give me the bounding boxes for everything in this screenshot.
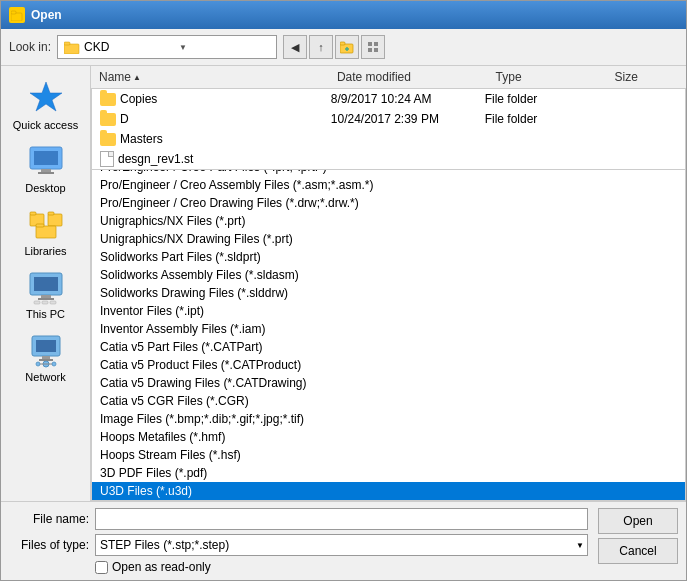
desktop-icon (28, 143, 64, 179)
list-item[interactable]: Pro/Engineer / Creo Drawing Files (*.drw… (92, 194, 685, 212)
libraries-icon (28, 206, 64, 242)
list-item[interactable]: 3D PDF Files (*.pdf) (92, 464, 685, 482)
file-name-label: File name: (9, 512, 89, 526)
open-dialog: Open Look in: CKD ▼ ◀ ↑ (0, 0, 687, 581)
title-icon (9, 7, 25, 23)
network-icon (28, 332, 64, 368)
filetype-dropdown-list[interactable]: DXF Files (*.dxf)DWG Files (*.dwg)IGES F… (91, 169, 686, 501)
svg-rect-1 (11, 11, 16, 14)
open-button[interactable]: Open (598, 508, 678, 534)
list-item[interactable]: Catia v5 Part Files (*.CATPart) (92, 338, 685, 356)
folder-icon (100, 113, 116, 126)
list-item[interactable]: Catia v5 Product Files (*.CATProduct) (92, 356, 685, 374)
list-item[interactable]: Catia v5 Drawing Files (*.CATDrawing) (92, 374, 685, 392)
svg-rect-5 (340, 42, 345, 45)
dialog-buttons: Open Cancel (598, 508, 678, 574)
files-of-type-wrapper: DXF Files (*.dxf)DWG Files (*.dwg)IGES F… (95, 534, 588, 556)
list-item[interactable]: Catia v5 CGR Files (*.CGR) (92, 392, 685, 410)
svg-rect-19 (48, 214, 62, 226)
sidebar-label-network: Network (25, 371, 65, 383)
col-header-size[interactable]: Size (607, 68, 686, 86)
title-text: Open (31, 8, 62, 22)
svg-rect-26 (38, 298, 54, 300)
bottom-fields: File name: Files of type: DXF Files (*.d… (9, 508, 588, 574)
svg-rect-32 (42, 356, 50, 359)
table-row[interactable]: Masters (92, 129, 685, 149)
list-item[interactable]: Solidworks Assembly Files (*.sldasm) (92, 266, 685, 284)
svg-rect-16 (38, 172, 54, 174)
file-name-input[interactable] (95, 508, 588, 530)
folder-icon (100, 133, 116, 146)
list-item[interactable]: Unigraphics/NX Drawing Files (*.prt) (92, 230, 685, 248)
this-pc-icon (28, 269, 64, 305)
svg-rect-14 (34, 151, 58, 165)
svg-rect-2 (64, 44, 79, 54)
up-button[interactable]: ↑ (309, 35, 333, 59)
nav-buttons: ◀ ↑ (283, 35, 385, 59)
svg-rect-18 (30, 212, 36, 215)
file-name-row: File name: (9, 508, 588, 530)
table-row[interactable]: desgn_rev1.st (92, 149, 685, 169)
files-of-type-select[interactable]: DXF Files (*.dxf)DWG Files (*.dwg)IGES F… (95, 534, 588, 556)
col-header-type[interactable]: Type (488, 68, 607, 86)
svg-rect-31 (36, 340, 56, 352)
svg-marker-12 (30, 82, 62, 111)
cancel-button[interactable]: Cancel (598, 538, 678, 564)
table-row[interactable]: D 10/24/2017 2:39 PM File folder (92, 109, 685, 129)
bottom-inner: File name: Files of type: DXF Files (*.d… (9, 508, 678, 574)
content-pane: Name ▲ Date modified Type Size (91, 66, 686, 501)
open-readonly-row: Open as read-only (95, 560, 588, 574)
sidebar-item-libraries[interactable]: Libraries (6, 202, 86, 261)
list-item[interactable]: Hoops Stream Files (*.hsf) (92, 446, 685, 464)
title-bar: Open (1, 1, 686, 29)
svg-point-39 (52, 362, 56, 366)
sidebar-label-libraries: Libraries (24, 245, 66, 257)
look-in-value: CKD (84, 40, 175, 54)
sort-arrow: ▲ (133, 73, 141, 82)
sidebar-item-this-pc[interactable]: This PC (6, 265, 86, 324)
list-item[interactable]: Image Files (*.bmp;*.dib;*.gif;*.jpg;*.t… (92, 410, 685, 428)
file-icon (100, 151, 114, 167)
sidebar-item-quick-access[interactable]: Quick access (6, 76, 86, 135)
table-row[interactable]: Copies 8/9/2017 10:24 AM File folder (92, 89, 685, 109)
file-list-top: Copies 8/9/2017 10:24 AM File folder D 1… (91, 89, 686, 169)
list-item[interactable]: Pro/Engineer / Creo Part Files (*.prt;*.… (92, 169, 685, 176)
col-header-name[interactable]: Name ▲ (91, 68, 329, 86)
list-item[interactable]: U3D Files (*.u3d) (92, 482, 685, 500)
open-readonly-label: Open as read-only (112, 560, 211, 574)
sidebar-label-desktop: Desktop (25, 182, 65, 194)
new-folder-icon (340, 40, 354, 54)
svg-rect-21 (36, 226, 56, 238)
svg-rect-22 (36, 224, 44, 227)
back-button[interactable]: ◀ (283, 35, 307, 59)
svg-rect-29 (50, 301, 56, 304)
view-button[interactable] (361, 35, 385, 59)
col-header-date[interactable]: Date modified (329, 68, 488, 86)
new-folder-button[interactable] (335, 35, 359, 59)
sidebar: Quick access Desktop (1, 66, 91, 501)
look-in-combo[interactable]: CKD ▼ (57, 35, 277, 59)
open-readonly-checkbox[interactable] (95, 561, 108, 574)
list-item[interactable]: Inventor Assembly Files (*.iam) (92, 320, 685, 338)
svg-rect-28 (42, 301, 48, 304)
svg-rect-20 (48, 212, 54, 215)
file-list-header: Name ▲ Date modified Type Size (91, 66, 686, 89)
list-item[interactable]: Unigraphics/NX Files (*.prt) (92, 212, 685, 230)
svg-rect-10 (368, 48, 372, 52)
list-item[interactable]: Hoops Metafiles (*.hmf) (92, 428, 685, 446)
svg-rect-3 (64, 42, 70, 45)
list-item[interactable]: Inventor Files (*.ipt) (92, 302, 685, 320)
sidebar-label-quick-access: Quick access (13, 119, 78, 131)
view-icon (367, 41, 379, 53)
list-item[interactable]: Solidworks Part Files (*.sldprt) (92, 248, 685, 266)
svg-rect-27 (34, 301, 40, 304)
list-item[interactable]: Pro/Engineer / Creo Assembly Files (*.as… (92, 176, 685, 194)
folder-icon (100, 93, 116, 106)
main-area: Quick access Desktop (1, 66, 686, 501)
sidebar-item-desktop[interactable]: Desktop (6, 139, 86, 198)
look-in-label: Look in: (9, 40, 51, 54)
list-item[interactable]: Solidworks Drawing Files (*.slddrw) (92, 284, 685, 302)
bottom-area: File name: Files of type: DXF Files (*.d… (1, 501, 686, 580)
files-of-type-label: Files of type: (9, 538, 89, 552)
sidebar-item-network[interactable]: Network (6, 328, 86, 387)
